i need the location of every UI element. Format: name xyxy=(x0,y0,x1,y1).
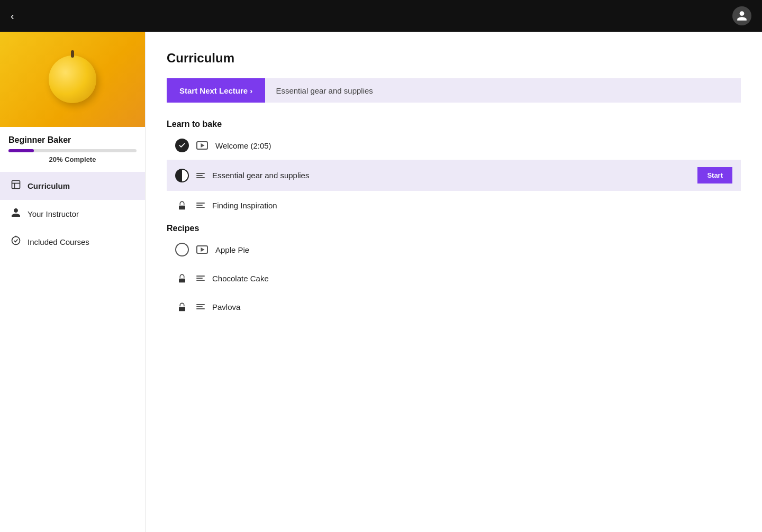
sidebar-info: Beginner Baker 20% Complete xyxy=(0,127,145,168)
lecture-title: Pavlova xyxy=(212,302,732,311)
start-button[interactable]: Start xyxy=(697,167,732,184)
included-icon xyxy=(11,235,21,249)
status-complete-icon xyxy=(175,139,189,152)
course-title: Beginner Baker xyxy=(8,135,137,145)
sidebar: Beginner Baker 20% Complete Curriculum Y… xyxy=(0,32,146,532)
status-empty-icon xyxy=(175,243,189,256)
lecture-row: Chocolate Cake xyxy=(167,264,741,292)
lecture-title: Welcome (2:05) xyxy=(215,141,732,150)
section-title-recipes: Recipes xyxy=(167,224,741,233)
lecture-title: Chocolate Cake xyxy=(212,274,732,283)
course-image xyxy=(0,32,145,127)
progress-bar-fill xyxy=(8,149,34,152)
sidebar-nav: Curriculum Your Instructor Included Cour… xyxy=(0,172,145,256)
sidebar-item-included[interactable]: Included Courses xyxy=(0,228,145,256)
lecture-row[interactable]: Essential gear and supplies Start xyxy=(167,160,741,191)
course-thumbnail-fruit xyxy=(49,56,96,103)
lecture-title: Finding Inspiration xyxy=(212,201,732,210)
topbar: ‹ xyxy=(0,0,762,32)
start-next-lecture-button[interactable]: Start Next Lecture › xyxy=(167,78,265,103)
lecture-title: Essential gear and supplies xyxy=(212,171,690,180)
status-lock-icon xyxy=(175,271,189,285)
sidebar-item-label-included: Included Courses xyxy=(28,237,89,246)
sidebar-item-label-curriculum: Curriculum xyxy=(28,181,70,190)
progress-bar-container xyxy=(8,149,137,152)
lecture-row: Finding Inspiration xyxy=(167,191,741,219)
section-title-learn-to-bake: Learn to bake xyxy=(167,120,741,129)
sidebar-item-instructor[interactable]: Your Instructor xyxy=(0,200,145,228)
lecture-row: Pavlova xyxy=(167,292,741,321)
video-content-icon xyxy=(196,245,208,254)
curriculum-icon xyxy=(11,179,21,192)
avatar[interactable] xyxy=(732,6,751,25)
svg-rect-0 xyxy=(12,181,20,189)
progress-label: 20% Complete xyxy=(8,155,137,163)
svg-point-3 xyxy=(12,237,20,245)
text-content-icon xyxy=(196,173,205,178)
text-content-icon xyxy=(196,276,205,281)
text-content-icon xyxy=(196,203,205,208)
text-content-icon xyxy=(196,304,205,309)
page-title: Curriculum xyxy=(167,51,741,66)
sidebar-item-label-instructor: Your Instructor xyxy=(28,209,79,218)
sidebar-item-curriculum[interactable]: Curriculum xyxy=(0,172,145,200)
status-lock-icon xyxy=(175,300,189,314)
main-layout: Beginner Baker 20% Complete Curriculum Y… xyxy=(0,32,762,532)
content-area: Curriculum Start Next Lecture › Essentia… xyxy=(146,32,762,532)
status-half-icon xyxy=(175,169,189,182)
section-learn-to-bake: Learn to bake Welcome (2:05) xyxy=(167,120,741,219)
lecture-row[interactable]: Welcome (2:05) xyxy=(167,131,741,160)
back-button[interactable]: ‹ xyxy=(11,10,14,22)
person-icon xyxy=(11,207,21,221)
lecture-title: Apple Pie xyxy=(215,245,732,254)
video-content-icon xyxy=(196,141,208,150)
lecture-row[interactable]: Apple Pie xyxy=(167,235,741,264)
next-lecture-title: Essential gear and supplies xyxy=(265,78,741,103)
section-recipes: Recipes Apple Pie Chocolate xyxy=(167,224,741,321)
status-lock-icon xyxy=(175,198,189,212)
next-lecture-bar: Start Next Lecture › Essential gear and … xyxy=(167,78,741,103)
